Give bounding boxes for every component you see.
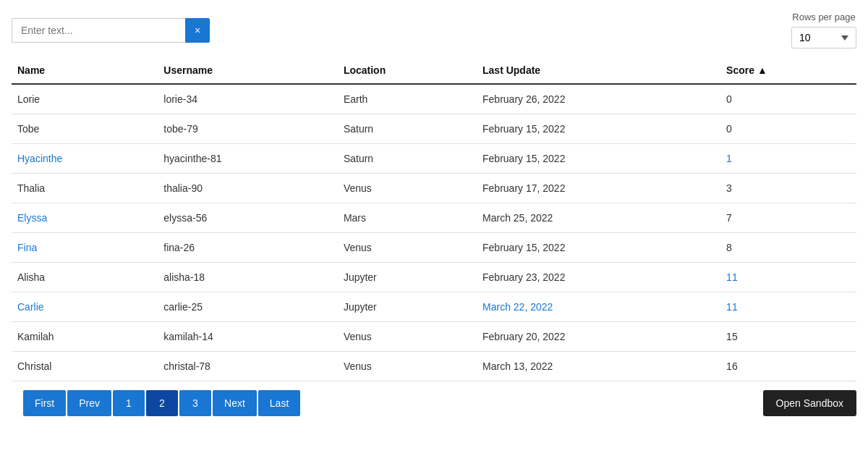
data-table: Name Username Location Last Update Score… [12,57,856,381]
cell-name: Fina [12,233,158,263]
cell-name: Thalia [12,174,158,203]
cell-location: Venus [338,174,477,203]
cell-location: Venus [338,322,477,352]
cell-username: alisha-18 [158,263,338,292]
cell-last-update: March 25, 2022 [477,203,720,233]
cell-score: 15 [720,322,856,352]
cell-last-update: March 13, 2022 [477,352,720,381]
first-button[interactable]: First [23,390,66,416]
cell-location: Venus [338,352,477,381]
table-row: Carlie carlie-25 Jupyter March 22, 2022 … [12,292,856,322]
cell-score: 8 [720,233,856,263]
cell-location: Jupyter [338,263,477,292]
cell-score: 11 [720,292,856,322]
cell-username: hyacinthe-81 [158,144,338,174]
col-username: Username [158,57,338,84]
cell-name: Lorie [12,84,158,114]
cell-last-update: March 22, 2022 [477,292,720,322]
cell-location: Earth [338,84,477,114]
cell-location: Mars [338,203,477,233]
table-row: Christal christal-78 Venus March 13, 202… [12,352,856,381]
last-button[interactable]: Last [258,390,300,416]
cell-username: tobe-79 [158,114,338,144]
col-location: Location [338,57,477,84]
bottom-bar: First Prev 1 2 3 Next Last Open Sandbox [0,381,868,431]
table-header-row: Name Username Location Last Update Score… [12,57,856,84]
cell-username: elyssa-56 [158,203,338,233]
pagination: First Prev 1 2 3 Next Last [12,381,312,425]
cell-username: kamilah-14 [158,322,338,352]
cell-score: 3 [720,174,856,203]
table-row: Tobe tobe-79 Saturn February 15, 2022 0 [12,114,856,144]
cell-score: 0 [720,84,856,114]
col-last-update: Last Update [477,57,720,84]
table-row: Alisha alisha-18 Jupyter February 23, 20… [12,263,856,292]
cell-last-update: February 23, 2022 [477,263,720,292]
table-row: Hyacinthe hyacinthe-81 Saturn February 1… [12,144,856,174]
table-container: Name Username Location Last Update Score… [0,57,868,381]
cell-username: christal-78 [158,352,338,381]
search-input[interactable] [12,18,185,43]
cell-name: Alisha [12,263,158,292]
table-row: Thalia thalia-90 Venus February 17, 2022… [12,174,856,203]
page-button-3[interactable]: 3 [179,390,211,416]
cell-location: Venus [338,233,477,263]
cell-name: Tobe [12,114,158,144]
table-row: Lorie lorie-34 Earth February 26, 2022 0 [12,84,856,114]
cell-score: 0 [720,114,856,144]
page-button-1[interactable]: 1 [113,390,145,416]
top-bar: × Rows per page 5102550100 [0,0,868,57]
cell-name: Hyacinthe [12,144,158,174]
cell-name: Elyssa [12,203,158,233]
cell-score: 1 [720,144,856,174]
cell-score: 7 [720,203,856,233]
cell-last-update: February 20, 2022 [477,322,720,352]
cell-last-update: February 15, 2022 [477,114,720,144]
next-button[interactable]: Next [213,390,257,416]
sort-arrow-icon: ▲ [757,64,767,76]
rows-per-page-area: Rows per page 5102550100 [791,12,856,48]
cell-score: 16 [720,352,856,381]
table-row: Kamilah kamilah-14 Venus February 20, 20… [12,322,856,352]
rows-per-page-label: Rows per page [792,12,855,22]
table-row: Elyssa elyssa-56 Mars March 25, 2022 7 [12,203,856,233]
cell-location: Saturn [338,144,477,174]
search-area: × [12,18,210,43]
rows-per-page-select[interactable]: 5102550100 [791,27,856,48]
cell-name: Carlie [12,292,158,322]
cell-username: thalia-90 [158,174,338,203]
clear-button[interactable]: × [185,18,210,43]
cell-last-update: February 17, 2022 [477,174,720,203]
cell-location: Jupyter [338,292,477,322]
cell-last-update: February 15, 2022 [477,233,720,263]
cell-last-update: February 26, 2022 [477,84,720,114]
col-score[interactable]: Score ▲ [720,57,856,84]
cell-username: fina-26 [158,233,338,263]
cell-score: 11 [720,263,856,292]
cell-location: Saturn [338,114,477,144]
cell-last-update: February 15, 2022 [477,144,720,174]
table-row: Fina fina-26 Venus February 15, 2022 8 [12,233,856,263]
page-button-2[interactable]: 2 [146,390,178,416]
open-sandbox-button[interactable]: Open Sandbox [763,390,856,416]
prev-button[interactable]: Prev [67,390,111,416]
cell-username: lorie-34 [158,84,338,114]
col-name: Name [12,57,158,84]
cell-name: Christal [12,352,158,381]
cell-name: Kamilah [12,322,158,352]
cell-username: carlie-25 [158,292,338,322]
